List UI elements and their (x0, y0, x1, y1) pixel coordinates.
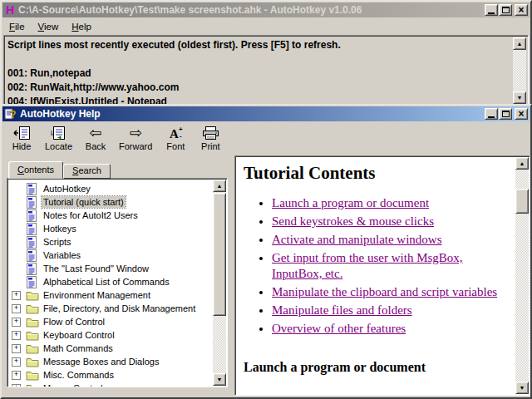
menu-view[interactable]: View (38, 22, 59, 32)
svg-text:-: - (180, 132, 182, 140)
scroll-thumb[interactable] (515, 189, 529, 214)
document-icon (26, 209, 39, 222)
tree-item[interactable]: Tutorial (quick start) (9, 195, 212, 209)
scroll-thumb[interactable] (213, 193, 226, 316)
tree-item[interactable]: +File, Directory, and Disk Management (9, 302, 212, 315)
close-button[interactable]: × (515, 4, 528, 16)
tab-search[interactable]: Search (63, 164, 111, 179)
script-header: Script lines most recently executed (old… (7, 38, 510, 52)
help-body: Contents Search AutoHotkeyTutorial (quic… (3, 155, 530, 397)
main-titlebar: H C:\A-Source\AutoHotkey\Test\make scree… (2, 2, 530, 17)
tree-item-label: Environment Management (42, 289, 152, 301)
scroll-up-icon: ▲ (217, 183, 223, 189)
help-close-button[interactable]: × (515, 108, 528, 120)
maximize-button[interactable] (499, 4, 512, 16)
tree-item[interactable]: Hotkeys (9, 222, 212, 235)
expand-icon[interactable]: + (12, 291, 21, 300)
scroll-down-button[interactable]: ▼ (515, 382, 529, 394)
script-lines-panel: Script lines most recently executed (old… (3, 35, 529, 106)
tree-scrollbar[interactable]: ▲ ▼ (213, 180, 226, 386)
menu-file[interactable]: File (9, 22, 25, 32)
help-minimize-button[interactable] (485, 108, 498, 120)
tree-item[interactable]: +Environment Management (9, 288, 212, 302)
expand-icon[interactable]: + (12, 357, 21, 367)
topic-scrollbar[interactable]: ▲ ▼ (515, 157, 529, 394)
print-icon (201, 124, 219, 141)
expand-icon[interactable]: + (12, 304, 21, 313)
locate-icon (50, 124, 68, 141)
scroll-down-icon: ▼ (517, 91, 523, 105)
menu-help[interactable]: Help (71, 22, 91, 32)
tree-item[interactable]: +Misc. Commands (9, 368, 212, 382)
print-button[interactable]: Print (194, 123, 227, 151)
tree-item-label: Keyboard Control (42, 329, 116, 341)
scroll-up-button[interactable]: ▲ (513, 37, 526, 50)
tree-item[interactable]: Variables (9, 249, 212, 262)
maximize-icon (502, 111, 510, 117)
folder-icon (26, 290, 39, 301)
tree-item[interactable]: +Message Boxes and Dialogs (9, 355, 212, 368)
tree-item[interactable]: The "Last Found" Window (9, 262, 212, 275)
tree-item-label: Mouse Control (42, 382, 105, 387)
expand-icon[interactable]: + (12, 344, 21, 353)
tree-item[interactable]: +Flow of Control (9, 315, 212, 328)
tutorial-link[interactable]: Manipulate the clipboard and script vari… (272, 285, 497, 298)
tutorial-link[interactable]: Get input from the user with MsgBox, Inp… (272, 251, 463, 280)
help-toolbar: Hide Locate ⇦ Back ⇨ Forward (2, 121, 530, 155)
tutorial-link[interactable]: Send keystrokes & mouse clicks (272, 214, 434, 228)
scroll-track[interactable] (513, 50, 526, 91)
tutorial-link[interactable]: Overview of other features (272, 322, 406, 335)
tree-item[interactable]: AutoHotkey (9, 182, 212, 195)
tab-strip: Contents Search (8, 161, 228, 179)
print-label: Print (201, 141, 220, 151)
folder-icon (26, 343, 39, 354)
minimize-button[interactable] (485, 4, 498, 16)
back-button[interactable]: ⇦ Back (79, 123, 112, 151)
tree-item[interactable]: +Keyboard Control (9, 328, 212, 342)
tree-item[interactable]: Alphabetical List of Commands (9, 275, 212, 288)
forward-button[interactable]: ⇨ Forward (114, 123, 157, 151)
script-line: 002: RunWait,http://www.yahoo.com (7, 81, 510, 95)
expand-icon[interactable]: + (12, 384, 21, 388)
tree-item-label: Notes for AutoIt2 Users (42, 209, 140, 221)
tree-item[interactable]: Notes for AutoIt2 Users (9, 209, 212, 222)
hide-button[interactable]: Hide (5, 123, 38, 151)
tree-item[interactable]: +Mouse Control (9, 382, 212, 387)
forward-label: Forward (119, 141, 152, 151)
scroll-up-button[interactable]: ▲ (515, 157, 529, 170)
tree-item-label: Alphabetical List of Commands (42, 276, 171, 288)
expand-icon[interactable]: + (12, 331, 21, 340)
autohotkey-main-window: H C:\A-Source\AutoHotkey\Test\make scree… (0, 0, 532, 108)
document-icon (26, 196, 39, 209)
folder-icon (26, 357, 39, 367)
tutorial-link[interactable]: Manipulate files and folders (272, 303, 412, 317)
scroll-down-button[interactable]: ▼ (513, 91, 526, 104)
tutorial-link-item: Activate and manipulate windows (272, 232, 511, 248)
minimize-icon (488, 12, 495, 14)
tutorial-link[interactable]: Activate and manipulate windows (272, 233, 442, 246)
folder-icon (26, 303, 39, 314)
back-icon: ⇦ (89, 124, 101, 141)
tree-item[interactable]: Scripts (9, 235, 212, 249)
scroll-down-button[interactable]: ▼ (213, 373, 226, 386)
close-icon: × (518, 110, 524, 118)
back-label: Back (86, 141, 106, 151)
expand-icon[interactable]: + (12, 371, 21, 380)
expand-icon[interactable]: + (12, 318, 21, 327)
locate-button[interactable]: Locate (40, 123, 77, 151)
script-scrollbar[interactable]: ▲ ▼ (513, 37, 526, 104)
tree-item[interactable]: +Math Commands (9, 342, 212, 355)
tab-contents[interactable]: Contents (8, 161, 63, 179)
navigation-pane: Contents Search AutoHotkeyTutorial (quic… (3, 155, 229, 397)
tutorial-link[interactable]: Launch a program or document (272, 196, 429, 209)
tree-item-label: File, Directory, and Disk Management (42, 303, 197, 314)
forward-icon: ⇨ (130, 124, 142, 141)
font-button[interactable]: A + - Font (159, 123, 192, 151)
document-icon (26, 249, 39, 262)
document-icon (26, 276, 39, 288)
section-heading: Launch a program or document (244, 360, 511, 375)
scroll-up-button[interactable]: ▲ (213, 180, 226, 192)
help-maximize-button[interactable] (499, 108, 512, 120)
svg-text:A: A (170, 127, 179, 140)
main-window-title: C:\A-Source\AutoHotkey\Test\make screens… (16, 4, 484, 16)
